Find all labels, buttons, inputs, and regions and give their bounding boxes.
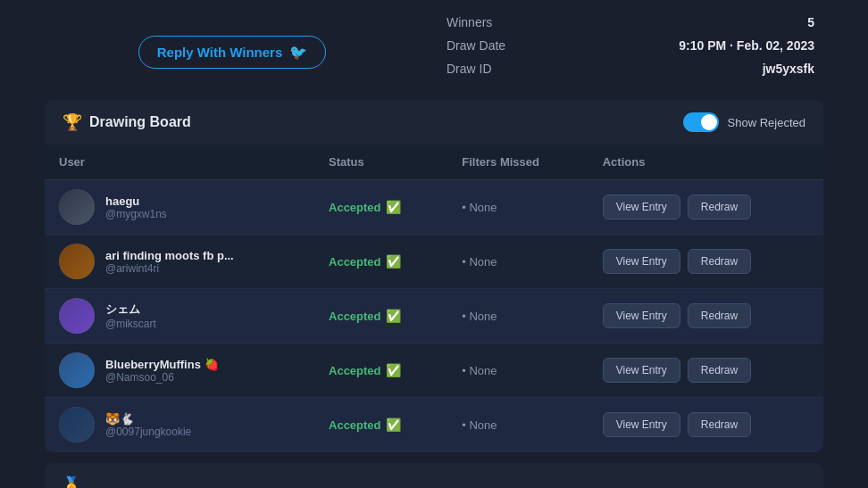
actions-cell-1: View Entry Redraw bbox=[588, 235, 823, 289]
toggle-area[interactable]: Show Rejected bbox=[683, 112, 805, 132]
status-accepted-0: Accepted ✅ bbox=[329, 200, 433, 214]
draw-id-row: Draw ID jw5yxsfk bbox=[447, 60, 814, 78]
draw-id-value: jw5yxsfk bbox=[763, 62, 814, 76]
avatar-1 bbox=[59, 244, 95, 279]
redraw-button-0[interactable]: Redraw bbox=[688, 194, 751, 219]
filters-cell-4: • None bbox=[447, 398, 588, 452]
status-accepted-4: Accepted ✅ bbox=[329, 418, 433, 432]
user-info-0: haegu @mygxw1ns bbox=[105, 194, 167, 220]
user-info-2: シェム @mikscart bbox=[105, 302, 156, 330]
draw-date-value: 9:10 PM · Feb. 02, 2023 bbox=[679, 38, 814, 53]
user-cell-1: ari finding moots fb p... @ariwint4ri bbox=[45, 235, 314, 289]
avatar-0 bbox=[59, 189, 95, 225]
filters-cell-3: • None bbox=[447, 343, 588, 398]
user-cell-0: haegu @mygxw1ns bbox=[45, 180, 314, 235]
user-cell-4: 🐯🐇 @0097jungkookie bbox=[45, 398, 314, 452]
status-cell-1: Accepted ✅ bbox=[314, 235, 447, 289]
reply-button-label: Reply With Winners bbox=[157, 45, 283, 60]
filters-cell-1: • None bbox=[447, 235, 588, 289]
redraw-button-1[interactable]: Redraw bbox=[688, 249, 751, 274]
user-cell-2: シェム @mikscart bbox=[45, 289, 314, 343]
user-info-3: BlueberryMuffins 🍓 @Namsoo_06 bbox=[105, 358, 219, 384]
user-name-4: 🐯🐇 bbox=[105, 412, 191, 426]
board-title: 🏆 Drawing Board bbox=[63, 112, 191, 132]
status-cell-0: Accepted ✅ bbox=[314, 180, 447, 235]
check-icon-2: ✅ bbox=[386, 309, 401, 323]
redraw-button-2[interactable]: Redraw bbox=[688, 303, 751, 328]
table-body: haegu @mygxw1ns Accepted ✅ • None View E… bbox=[45, 180, 823, 452]
user-handle-1: @ariwint4ri bbox=[105, 262, 234, 275]
user-handle-4: @0097jungkookie bbox=[105, 426, 191, 438]
table-header: User Status Filters Missed Actions bbox=[45, 145, 823, 180]
view-entry-button-4[interactable]: View Entry bbox=[603, 412, 680, 437]
drawing-board-section: 🏆 Drawing Board Show Rejected User Statu… bbox=[45, 100, 823, 452]
user-info-1: ari finding moots fb p... @ariwint4ri bbox=[105, 249, 234, 275]
status-cell-2: Accepted ✅ bbox=[314, 289, 447, 343]
winners-label: Winners bbox=[447, 15, 492, 29]
user-info-4: 🐯🐇 @0097jungkookie bbox=[105, 412, 191, 438]
filters-cell-0: • None bbox=[447, 180, 588, 235]
left-panel: Reply With Winners 🐦 bbox=[54, 9, 411, 78]
actions-cell-0: View Entry Redraw bbox=[588, 180, 823, 235]
trophy-icon: 🏆 bbox=[63, 112, 82, 132]
show-rejected-label: Show Rejected bbox=[728, 116, 805, 129]
winners-value: 5 bbox=[807, 15, 814, 29]
twitter-icon: 🐦 bbox=[289, 44, 307, 61]
avatar-4 bbox=[59, 407, 95, 443]
status-cell-4: Accepted ✅ bbox=[314, 398, 447, 452]
user-name-2: シェム bbox=[105, 302, 156, 318]
check-icon-0: ✅ bbox=[386, 200, 401, 214]
avatar-2 bbox=[59, 298, 95, 334]
board-header: 🏆 Drawing Board Show Rejected bbox=[45, 100, 823, 145]
col-user: User bbox=[45, 145, 314, 180]
avatar-3 bbox=[59, 352, 95, 388]
right-panel: Winners 5 Draw Date 9:10 PM · Feb. 02, 2… bbox=[447, 9, 814, 78]
table-row: シェム @mikscart Accepted ✅ • None View Ent… bbox=[45, 289, 823, 343]
user-handle-2: @mikscart bbox=[105, 318, 156, 330]
view-entry-button-0[interactable]: View Entry bbox=[603, 194, 680, 219]
view-entry-button-3[interactable]: View Entry bbox=[603, 358, 680, 383]
actions-cell-3: View Entry Redraw bbox=[588, 343, 823, 398]
bottom-icon: 🏅 bbox=[63, 476, 80, 488]
col-status: Status bbox=[314, 145, 447, 180]
winners-row: Winners 5 bbox=[447, 13, 814, 31]
draw-date-row: Draw Date 9:10 PM · Feb. 02, 2023 bbox=[447, 37, 814, 54]
check-icon-3: ✅ bbox=[386, 363, 401, 377]
bottom-section: 🏅 bbox=[45, 463, 823, 488]
table-row: haegu @mygxw1ns Accepted ✅ • None View E… bbox=[45, 180, 823, 235]
status-cell-3: Accepted ✅ bbox=[314, 343, 447, 398]
user-name-3: BlueberryMuffins 🍓 bbox=[105, 358, 219, 371]
status-accepted-2: Accepted ✅ bbox=[329, 309, 433, 323]
table-row: 🐯🐇 @0097jungkookie Accepted ✅ • None Vie… bbox=[45, 398, 823, 452]
show-rejected-toggle[interactable] bbox=[683, 112, 719, 132]
check-icon-1: ✅ bbox=[386, 254, 401, 269]
board-title-text: Drawing Board bbox=[89, 114, 191, 130]
user-handle-0: @mygxw1ns bbox=[105, 208, 167, 220]
user-cell-3: BlueberryMuffins 🍓 @Namsoo_06 bbox=[45, 343, 314, 398]
table-row: ari finding moots fb p... @ariwint4ri Ac… bbox=[45, 235, 823, 289]
status-accepted-1: Accepted ✅ bbox=[329, 254, 433, 269]
redraw-button-4[interactable]: Redraw bbox=[688, 412, 751, 437]
view-entry-button-1[interactable]: View Entry bbox=[603, 249, 680, 274]
status-accepted-3: Accepted ✅ bbox=[329, 363, 433, 377]
drawing-board-table: User Status Filters Missed Actions haegu… bbox=[45, 145, 823, 452]
user-handle-3: @Namsoo_06 bbox=[105, 371, 219, 384]
redraw-button-3[interactable]: Redraw bbox=[688, 358, 751, 383]
top-section: Reply With Winners 🐦 Winners 5 Draw Date… bbox=[0, 0, 868, 95]
actions-cell-2: View Entry Redraw bbox=[588, 289, 823, 343]
table-container: User Status Filters Missed Actions haegu… bbox=[45, 145, 823, 452]
view-entry-button-2[interactable]: View Entry bbox=[603, 303, 680, 328]
user-name-0: haegu bbox=[105, 194, 167, 208]
draw-date-label: Draw Date bbox=[447, 38, 505, 53]
filters-cell-2: • None bbox=[447, 289, 588, 343]
draw-id-label: Draw ID bbox=[447, 62, 492, 76]
actions-cell-4: View Entry Redraw bbox=[588, 398, 823, 452]
reply-with-winners-button[interactable]: Reply With Winners 🐦 bbox=[138, 36, 327, 69]
user-name-1: ari finding moots fb p... bbox=[105, 249, 234, 262]
check-icon-4: ✅ bbox=[386, 418, 401, 432]
table-row: BlueberryMuffins 🍓 @Namsoo_06 Accepted ✅… bbox=[45, 343, 823, 398]
col-filters: Filters Missed bbox=[447, 145, 588, 180]
col-actions: Actions bbox=[588, 145, 823, 180]
